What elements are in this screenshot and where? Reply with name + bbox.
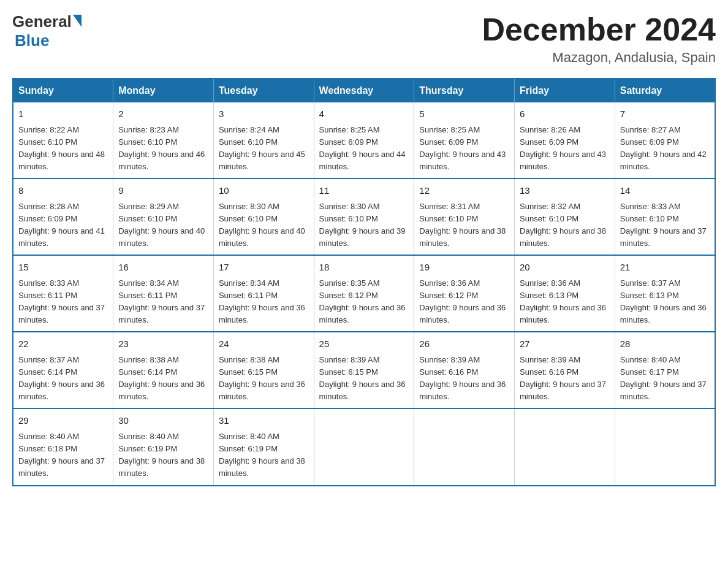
table-row: 12 Sunrise: 8:31 AMSunset: 6:10 PMDaylig… bbox=[414, 178, 515, 255]
day-info: Sunrise: 8:30 AMSunset: 6:10 PMDaylight:… bbox=[219, 202, 305, 248]
calendar-week-row: 1 Sunrise: 8:22 AMSunset: 6:10 PMDayligh… bbox=[13, 102, 715, 178]
table-row: 21 Sunrise: 8:37 AMSunset: 6:13 PMDaylig… bbox=[615, 255, 715, 332]
day-info: Sunrise: 8:31 AMSunset: 6:10 PMDaylight:… bbox=[419, 202, 506, 248]
table-row: 5 Sunrise: 8:25 AMSunset: 6:09 PMDayligh… bbox=[414, 102, 515, 178]
table-row: 7 Sunrise: 8:27 AMSunset: 6:09 PMDayligh… bbox=[615, 102, 715, 178]
table-row: 16 Sunrise: 8:34 AMSunset: 6:11 PMDaylig… bbox=[113, 255, 214, 332]
header-tuesday: Tuesday bbox=[213, 79, 314, 102]
table-row bbox=[615, 408, 715, 485]
day-info: Sunrise: 8:40 AMSunset: 6:18 PMDaylight:… bbox=[18, 432, 105, 478]
day-number: 17 bbox=[219, 261, 309, 275]
day-number: 24 bbox=[219, 337, 309, 351]
logo-blue-text: Blue bbox=[15, 31, 49, 50]
day-number: 7 bbox=[620, 107, 710, 121]
day-info: Sunrise: 8:25 AMSunset: 6:09 PMDaylight:… bbox=[319, 125, 406, 171]
header-thursday: Thursday bbox=[414, 79, 515, 102]
day-number: 4 bbox=[319, 107, 409, 121]
day-number: 19 bbox=[419, 261, 509, 275]
calendar-week-row: 29 Sunrise: 8:40 AMSunset: 6:18 PMDaylig… bbox=[13, 408, 715, 485]
table-row: 27 Sunrise: 8:39 AMSunset: 6:16 PMDaylig… bbox=[515, 332, 615, 408]
day-info: Sunrise: 8:33 AMSunset: 6:10 PMDaylight:… bbox=[620, 202, 707, 248]
table-row: 23 Sunrise: 8:38 AMSunset: 6:14 PMDaylig… bbox=[113, 332, 214, 408]
day-number: 14 bbox=[620, 184, 710, 198]
table-row: 26 Sunrise: 8:39 AMSunset: 6:16 PMDaylig… bbox=[414, 332, 515, 408]
table-row bbox=[314, 408, 414, 485]
table-row: 15 Sunrise: 8:33 AMSunset: 6:11 PMDaylig… bbox=[13, 255, 113, 332]
day-info: Sunrise: 8:38 AMSunset: 6:14 PMDaylight:… bbox=[118, 355, 205, 401]
table-row: 24 Sunrise: 8:38 AMSunset: 6:15 PMDaylig… bbox=[213, 332, 314, 408]
day-info: Sunrise: 8:29 AMSunset: 6:10 PMDaylight:… bbox=[118, 202, 205, 248]
day-info: Sunrise: 8:27 AMSunset: 6:09 PMDaylight:… bbox=[620, 125, 707, 171]
day-number: 11 bbox=[319, 184, 409, 198]
day-info: Sunrise: 8:30 AMSunset: 6:10 PMDaylight:… bbox=[319, 202, 406, 248]
table-row: 19 Sunrise: 8:36 AMSunset: 6:12 PMDaylig… bbox=[414, 255, 515, 332]
day-number: 26 bbox=[419, 337, 509, 351]
table-row: 20 Sunrise: 8:36 AMSunset: 6:13 PMDaylig… bbox=[515, 255, 615, 332]
table-row: 29 Sunrise: 8:40 AMSunset: 6:18 PMDaylig… bbox=[13, 408, 113, 485]
logo-triangle-icon bbox=[73, 15, 82, 27]
table-row: 14 Sunrise: 8:33 AMSunset: 6:10 PMDaylig… bbox=[615, 178, 715, 255]
header-saturday: Saturday bbox=[615, 79, 715, 102]
day-info: Sunrise: 8:38 AMSunset: 6:15 PMDaylight:… bbox=[219, 355, 305, 401]
table-row: 9 Sunrise: 8:29 AMSunset: 6:10 PMDayligh… bbox=[113, 178, 214, 255]
day-number: 6 bbox=[520, 107, 610, 121]
calendar-week-row: 8 Sunrise: 8:28 AMSunset: 6:09 PMDayligh… bbox=[13, 178, 715, 255]
day-info: Sunrise: 8:40 AMSunset: 6:19 PMDaylight:… bbox=[219, 432, 305, 478]
day-number: 8 bbox=[18, 184, 108, 198]
table-row bbox=[414, 408, 515, 485]
day-info: Sunrise: 8:34 AMSunset: 6:11 PMDaylight:… bbox=[118, 278, 205, 324]
day-info: Sunrise: 8:22 AMSunset: 6:10 PMDaylight:… bbox=[18, 125, 105, 171]
day-number: 15 bbox=[18, 261, 108, 275]
day-number: 29 bbox=[18, 414, 108, 428]
day-info: Sunrise: 8:23 AMSunset: 6:10 PMDaylight:… bbox=[118, 125, 205, 171]
page-header: General Blue December 2024 Mazagon, Anda… bbox=[12, 12, 716, 66]
day-info: Sunrise: 8:28 AMSunset: 6:09 PMDaylight:… bbox=[18, 202, 105, 248]
table-row: 17 Sunrise: 8:34 AMSunset: 6:11 PMDaylig… bbox=[213, 255, 314, 332]
day-number: 27 bbox=[520, 337, 610, 351]
table-row: 25 Sunrise: 8:39 AMSunset: 6:15 PMDaylig… bbox=[314, 332, 414, 408]
day-number: 5 bbox=[419, 107, 509, 121]
day-number: 16 bbox=[118, 261, 208, 275]
day-number: 18 bbox=[319, 261, 409, 275]
day-number: 3 bbox=[219, 107, 309, 121]
day-info: Sunrise: 8:37 AMSunset: 6:13 PMDaylight:… bbox=[620, 278, 707, 324]
day-number: 31 bbox=[219, 414, 309, 428]
day-info: Sunrise: 8:39 AMSunset: 6:16 PMDaylight:… bbox=[419, 355, 506, 401]
logo-top: General bbox=[12, 12, 82, 31]
table-row: 6 Sunrise: 8:26 AMSunset: 6:09 PMDayligh… bbox=[515, 102, 615, 178]
day-number: 10 bbox=[219, 184, 309, 198]
table-row bbox=[515, 408, 615, 485]
day-info: Sunrise: 8:26 AMSunset: 6:09 PMDaylight:… bbox=[520, 125, 606, 171]
table-row: 11 Sunrise: 8:30 AMSunset: 6:10 PMDaylig… bbox=[314, 178, 414, 255]
table-row: 2 Sunrise: 8:23 AMSunset: 6:10 PMDayligh… bbox=[113, 102, 214, 178]
day-number: 2 bbox=[118, 107, 208, 121]
day-info: Sunrise: 8:37 AMSunset: 6:14 PMDaylight:… bbox=[18, 355, 105, 401]
day-number: 30 bbox=[118, 414, 208, 428]
calendar-location: Mazagon, Andalusia, Spain bbox=[482, 50, 716, 66]
day-number: 20 bbox=[520, 261, 610, 275]
day-number: 22 bbox=[18, 337, 108, 351]
table-row: 10 Sunrise: 8:30 AMSunset: 6:10 PMDaylig… bbox=[213, 178, 314, 255]
day-info: Sunrise: 8:40 AMSunset: 6:17 PMDaylight:… bbox=[620, 355, 707, 401]
table-row: 8 Sunrise: 8:28 AMSunset: 6:09 PMDayligh… bbox=[13, 178, 113, 255]
day-info: Sunrise: 8:34 AMSunset: 6:11 PMDaylight:… bbox=[219, 278, 305, 324]
header-friday: Friday bbox=[515, 79, 615, 102]
day-info: Sunrise: 8:32 AMSunset: 6:10 PMDaylight:… bbox=[520, 202, 606, 248]
header-wednesday: Wednesday bbox=[314, 79, 414, 102]
day-info: Sunrise: 8:39 AMSunset: 6:16 PMDaylight:… bbox=[520, 355, 606, 401]
table-row: 4 Sunrise: 8:25 AMSunset: 6:09 PMDayligh… bbox=[314, 102, 414, 178]
day-info: Sunrise: 8:36 AMSunset: 6:13 PMDaylight:… bbox=[520, 278, 606, 324]
logo-general-text: General bbox=[12, 12, 72, 31]
table-row: 18 Sunrise: 8:35 AMSunset: 6:12 PMDaylig… bbox=[314, 255, 414, 332]
day-number: 21 bbox=[620, 261, 710, 275]
calendar-table: Sunday Monday Tuesday Wednesday Thursday… bbox=[12, 78, 716, 486]
calendar-week-row: 22 Sunrise: 8:37 AMSunset: 6:14 PMDaylig… bbox=[13, 332, 715, 408]
header-sunday: Sunday bbox=[13, 79, 113, 102]
day-number: 25 bbox=[319, 337, 409, 351]
day-info: Sunrise: 8:36 AMSunset: 6:12 PMDaylight:… bbox=[419, 278, 506, 324]
table-row: 1 Sunrise: 8:22 AMSunset: 6:10 PMDayligh… bbox=[13, 102, 113, 178]
calendar-week-row: 15 Sunrise: 8:33 AMSunset: 6:11 PMDaylig… bbox=[13, 255, 715, 332]
table-row: 22 Sunrise: 8:37 AMSunset: 6:14 PMDaylig… bbox=[13, 332, 113, 408]
day-info: Sunrise: 8:39 AMSunset: 6:15 PMDaylight:… bbox=[319, 355, 406, 401]
day-number: 28 bbox=[620, 337, 710, 351]
